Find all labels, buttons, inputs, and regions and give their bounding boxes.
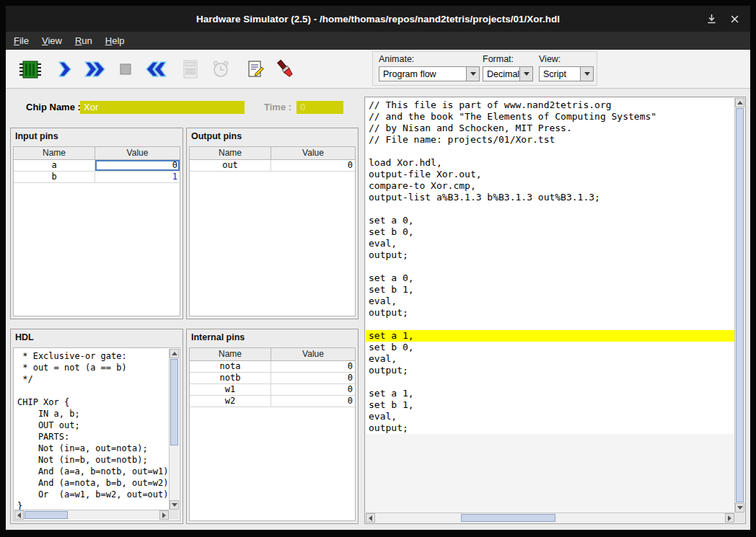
scroll-down-icon[interactable]	[170, 500, 179, 510]
table-header: Name Value	[14, 147, 180, 160]
scroll-down-icon[interactable]	[735, 503, 744, 512]
input-pins-table: Name Value a 0 b 1	[13, 146, 180, 316]
internal-pin-row: nota 0	[190, 361, 355, 373]
menu-run[interactable]: Run	[69, 33, 99, 48]
single-step-button[interactable]	[50, 53, 80, 85]
script-line: set b 0,	[366, 226, 734, 238]
script-line	[366, 319, 734, 330]
name-header: Name	[14, 147, 95, 159]
view-value: Script	[540, 69, 580, 79]
script-line: output;	[366, 249, 734, 261]
internal-pin-row: w1 0	[190, 384, 355, 396]
hdl-line	[17, 385, 169, 396]
run-button[interactable]	[80, 53, 110, 85]
table-header: Name Value	[190, 348, 355, 361]
input-pin-row: b 1	[14, 172, 180, 183]
script-line: // This file is part of www.nand2tetris.…	[366, 99, 734, 111]
chevron-down-icon[interactable]	[519, 67, 532, 81]
load-chip-button[interactable]	[15, 53, 45, 85]
menu-help[interactable]: Help	[99, 33, 131, 48]
hdl-line: And (a=a, b=notb, out=w1);	[17, 466, 169, 477]
hdl-line: OUT out;	[17, 420, 169, 431]
reset-button[interactable]	[141, 53, 171, 85]
script-horizontal-scrollbar[interactable]	[366, 512, 734, 523]
scroll-left-icon[interactable]	[366, 513, 375, 523]
internal-pin-row: w2 0	[190, 396, 355, 407]
hdl-horizontal-scrollbar[interactable]	[14, 510, 169, 520]
script-line: output;	[366, 307, 734, 319]
animate-select[interactable]: Program flow	[379, 66, 480, 81]
hdl-panel: HDL * Exclusive-or gate: * out = not (a …	[10, 329, 183, 524]
scrollbar-thumb[interactable]	[461, 514, 555, 522]
scroll-right-icon[interactable]	[725, 513, 734, 523]
script-line	[366, 203, 734, 215]
script-line: // by Nisan and Schocken, MIT Press.	[366, 123, 734, 134]
script-line: set b 0,	[366, 342, 734, 353]
hdl-line: Not (in=b, out=notb);	[17, 454, 169, 466]
scroll-up-icon[interactable]	[735, 98, 744, 107]
hdl-line: IN a, b;	[17, 408, 169, 420]
input-pins-panel: Input pins Name Value a 0 b	[10, 128, 183, 319]
load-script-button[interactable]	[240, 53, 271, 85]
menu-file[interactable]: File	[7, 33, 35, 48]
chip-name-field[interactable]: Xor	[80, 101, 245, 114]
script-line: load Xor.hdl,	[366, 157, 734, 169]
pin-value-cell: 0	[271, 361, 355, 372]
script-line	[366, 261, 734, 272]
table-header: Name Value	[190, 147, 355, 160]
scroll-left-icon[interactable]	[14, 510, 24, 520]
script-line: set b 1,	[366, 284, 734, 296]
pin-value-cell: 0	[271, 384, 355, 395]
menubar: File View Run Help	[6, 32, 750, 50]
hdl-line: Not (in=a, out=nota);	[17, 443, 169, 454]
stop-icon	[116, 60, 135, 79]
hdl-line: And (a=nota, b=b, out=w2);	[17, 477, 169, 489]
script-line: eval,	[366, 353, 734, 365]
input-pin-row: a 0	[14, 160, 180, 172]
pin-value-cell[interactable]: 1	[95, 172, 180, 182]
script-line: output;	[366, 365, 734, 376]
titlebar: Hardware Simulator (2.5) - /home/thomas/…	[6, 6, 750, 32]
combo-panel: Animate: Program flow Format: Decimal Vi…	[372, 51, 597, 86]
scrollbar-thumb[interactable]	[170, 359, 178, 445]
stop-button[interactable]	[110, 53, 141, 85]
value-header: Value	[95, 147, 180, 159]
run-icon	[84, 60, 107, 79]
script-line: output;	[366, 422, 734, 434]
pin-value-cell: 0	[271, 373, 355, 383]
hdl-text: * Exclusive-or gate: * out = not (a == b…	[14, 349, 169, 510]
download-icon[interactable]	[706, 13, 717, 25]
scroll-right-icon[interactable]	[159, 510, 169, 520]
script-line: // File name: projects/01/Xor.tst	[366, 134, 734, 146]
pin-value-cell[interactable]: 0	[95, 160, 180, 171]
script-line: set b 1,	[366, 399, 734, 411]
chevron-down-icon[interactable]	[466, 67, 479, 81]
chip-icon	[19, 58, 42, 80]
script-line: output-list a%B3.1.3 b%B3.1.3 out%B3.1.3…	[366, 192, 734, 203]
hdl-line: * out = not (a == b)	[17, 362, 169, 373]
pin-name-cell: nota	[190, 361, 271, 372]
output-pins-panel: Output pins Name Value out 0	[186, 128, 359, 319]
pin-value-cell: 0	[271, 396, 355, 407]
script-vertical-scrollbar[interactable]	[734, 98, 744, 512]
pin-name-cell: w2	[190, 396, 271, 407]
view-select[interactable]: Script	[539, 66, 594, 81]
internal-pins-title: Internal pins	[187, 329, 358, 345]
calculator-button	[175, 53, 206, 85]
script-view: // This file is part of www.nand2tetris.…	[366, 98, 734, 512]
hardware-simulator-window: Hardware Simulator (2.5) - /home/thomas/…	[0, 0, 756, 537]
chevron-down-icon[interactable]	[580, 67, 593, 81]
format-select[interactable]: Decimal	[483, 66, 533, 81]
scrollbar-thumb[interactable]	[736, 108, 744, 502]
eraser-brush-icon	[275, 59, 296, 79]
hdl-vertical-scrollbar[interactable]	[169, 349, 179, 510]
script-line: eval,	[366, 411, 734, 422]
close-icon[interactable]	[729, 13, 740, 25]
internal-pins-table: Name Value nota 0 notb 0	[189, 347, 356, 521]
clear-button[interactable]	[271, 53, 301, 85]
pin-name-cell: notb	[190, 373, 271, 383]
menu-view[interactable]: View	[35, 33, 69, 48]
scrollbar-corner	[734, 512, 744, 523]
scrollbar-thumb[interactable]	[25, 511, 68, 519]
scroll-up-icon[interactable]	[170, 349, 179, 358]
